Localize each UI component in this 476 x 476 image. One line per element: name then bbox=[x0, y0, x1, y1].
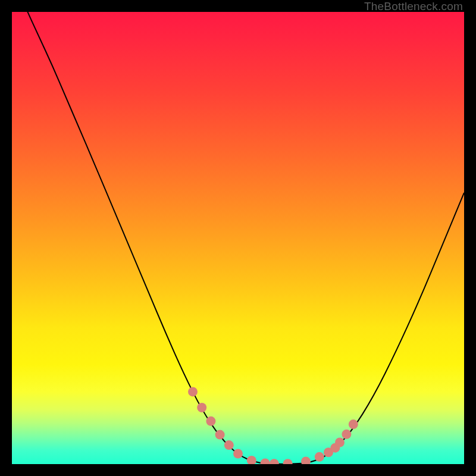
marker-dot bbox=[215, 430, 225, 440]
marker-dot bbox=[188, 387, 198, 396]
watermark-label: TheBottleneck.com bbox=[364, 0, 463, 13]
marker-dot bbox=[349, 419, 358, 429]
marker-dot bbox=[224, 440, 234, 450]
chart-frame: TheBottleneck.com bbox=[0, 0, 476, 476]
plot-area bbox=[12, 12, 464, 464]
marker-group bbox=[188, 387, 358, 464]
marker-dot bbox=[283, 459, 293, 464]
curve-layer bbox=[12, 12, 464, 464]
marker-dot bbox=[206, 416, 215, 426]
marker-dot bbox=[233, 449, 243, 459]
marker-dot bbox=[301, 456, 311, 464]
marker-dot bbox=[315, 452, 324, 462]
marker-dot bbox=[197, 403, 206, 412]
marker-dot bbox=[270, 459, 279, 464]
bottleneck-curve bbox=[12, 12, 464, 464]
marker-dot bbox=[247, 456, 256, 464]
curve-path bbox=[12, 12, 464, 464]
marker-dot bbox=[261, 458, 270, 464]
marker-dot bbox=[342, 430, 351, 439]
marker-dot bbox=[335, 438, 345, 447]
